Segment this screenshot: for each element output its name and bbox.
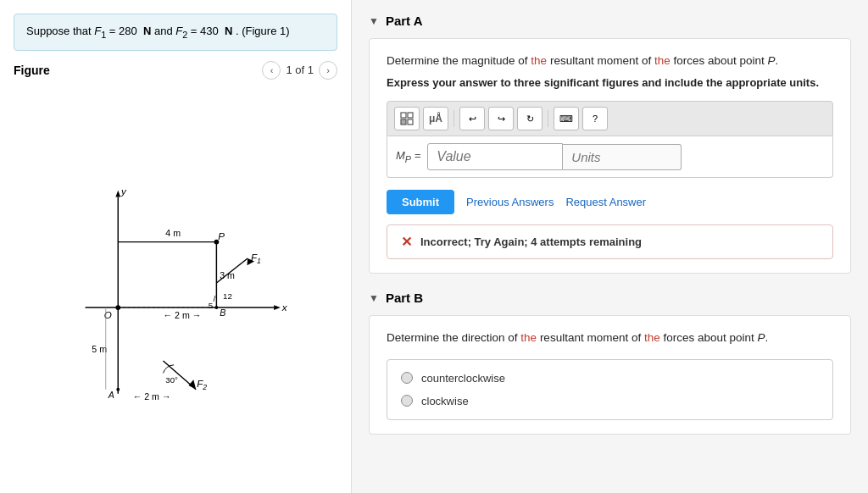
error-icon: ✕	[401, 234, 412, 250]
svg-text:O: O	[104, 309, 112, 320]
part-b-arrow[interactable]: ▼	[369, 292, 379, 304]
right-panel: ▼ Part A Determine the magnitude of the …	[352, 0, 868, 493]
part-a-section: ▼ Part A Determine the magnitude of the …	[369, 14, 851, 274]
mp-label: MP =	[396, 149, 420, 164]
express-text: Express your answer to three significant…	[387, 76, 833, 89]
answer-input-row: MP =	[387, 136, 833, 178]
option-counterclockwise-label: counterclockwise	[421, 372, 505, 385]
svg-text:← 2 m →: ← 2 m →	[133, 391, 171, 402]
radio-counterclockwise-circle[interactable]	[401, 372, 413, 384]
svg-rect-36	[408, 119, 413, 125]
part-a-content: Determine the magnitude of the resultant…	[369, 38, 851, 274]
svg-text:5 m: 5 m	[92, 344, 107, 354]
units-input[interactable]	[563, 144, 682, 170]
svg-rect-35	[401, 119, 406, 125]
svg-text:30°: 30°	[165, 375, 178, 385]
svg-text:A: A	[108, 390, 114, 400]
svg-marker-30	[188, 379, 196, 390]
svg-text:y: y	[120, 186, 127, 197]
next-figure-button[interactable]: ›	[319, 61, 337, 80]
part-a-label: Part A	[386, 14, 423, 28]
svg-point-14	[214, 306, 218, 309]
part-b-content: Determine the direction of the resultant…	[369, 315, 851, 434]
greek-button[interactable]: μÅ	[423, 107, 448, 130]
submit-row: Submit Previous Answers Request Answer	[387, 190, 833, 214]
svg-text:← 2 m →: ← 2 m →	[163, 310, 201, 320]
part-a-question: Determine the magnitude of the resultant…	[387, 53, 833, 69]
svg-marker-1	[274, 305, 281, 310]
figure-count: 1 of 1	[286, 64, 314, 76]
option-counterclockwise[interactable]: counterclockwise	[401, 372, 819, 385]
svg-text:F1: F1	[251, 252, 261, 265]
request-answer-link[interactable]: Request Answer	[565, 196, 646, 208]
keyboard-button[interactable]: ⌨	[554, 107, 579, 130]
part-b-header: ▼ Part B	[369, 291, 851, 305]
left-panel: Suppose that F1 = 280 N and F2 = 430 N .…	[0, 0, 352, 493]
option-clockwise-label: clockwise	[421, 395, 469, 407]
svg-point-26	[116, 388, 120, 391]
svg-rect-34	[408, 113, 413, 118]
problem-statement: Suppose that F1 = 280 N and F2 = 430 N .…	[14, 14, 337, 51]
part-a-header: ▼ Part A	[369, 14, 851, 28]
option-clockwise[interactable]: clockwise	[401, 395, 819, 407]
svg-text:x: x	[281, 302, 288, 313]
help-button[interactable]: ?	[582, 107, 608, 130]
radio-clockwise-circle[interactable]	[401, 395, 413, 407]
undo-button[interactable]: ↩	[459, 107, 485, 130]
figure-title: Figure	[14, 64, 50, 77]
svg-rect-33	[401, 113, 406, 118]
svg-text:F2: F2	[197, 378, 207, 391]
svg-text:B: B	[220, 307, 225, 318]
error-box: ✕ Incorrect; Try Again; 4 attempts remai…	[387, 224, 833, 259]
redo-button[interactable]: ↪	[488, 107, 514, 130]
submit-button[interactable]: Submit	[387, 190, 454, 214]
svg-text:P: P	[218, 230, 225, 241]
value-input[interactable]	[427, 143, 563, 170]
radio-options: counterclockwise clockwise	[387, 359, 833, 420]
svg-text:4 m: 4 m	[165, 228, 181, 238]
prev-figure-button[interactable]: ‹	[262, 61, 281, 80]
part-b-label: Part B	[386, 291, 423, 305]
refresh-button[interactable]: ↻	[517, 107, 542, 130]
svg-text:5: 5	[209, 301, 213, 310]
part-b-question: Determine the direction of the resultant…	[387, 330, 833, 346]
svg-text:12: 12	[223, 291, 232, 301]
matrix-icon	[400, 112, 414, 125]
figure-nav: ‹ 1 of 1 ›	[262, 61, 337, 80]
svg-text:/: /	[214, 294, 216, 303]
svg-marker-4	[115, 191, 120, 197]
answer-toolbar: μÅ ↩ ↪ ↻ ⌨ ?	[387, 101, 833, 136]
toolbar-separator-2	[548, 110, 548, 127]
figure-svg-container: x y O 4 m 3 m P B	[14, 86, 337, 479]
figure-diagram: x y O 4 m 3 m P B	[31, 156, 320, 410]
matrix-button[interactable]	[394, 107, 420, 130]
figure-header: Figure ‹ 1 of 1 ›	[14, 61, 337, 80]
toolbar-separator-1	[453, 110, 454, 127]
part-b-section: ▼ Part B Determine the direction of the …	[369, 291, 851, 434]
previous-answers-link[interactable]: Previous Answers	[466, 196, 554, 208]
error-text: Incorrect; Try Again; 4 attempts remaini…	[420, 235, 642, 248]
figure-area: Figure ‹ 1 of 1 › x y O	[14, 61, 337, 479]
part-a-arrow[interactable]: ▼	[369, 15, 379, 27]
